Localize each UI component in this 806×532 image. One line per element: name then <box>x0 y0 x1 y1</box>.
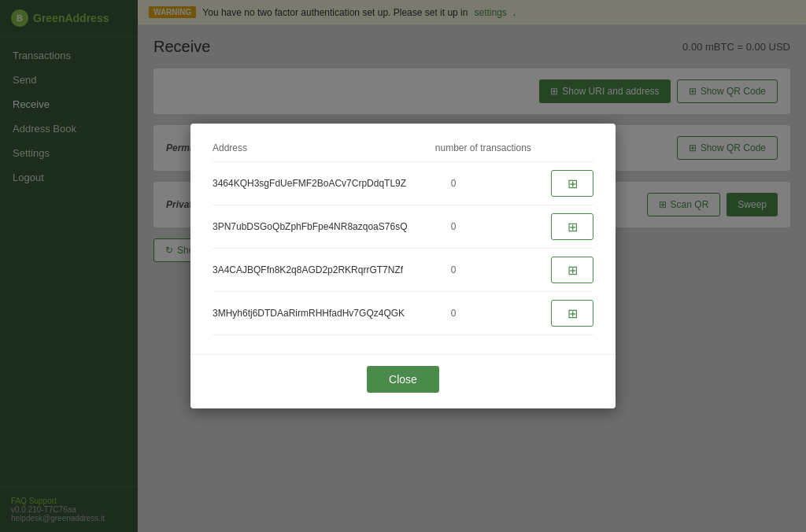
qr-code-icon: ⊞ <box>568 306 578 321</box>
qr-code-icon: ⊞ <box>568 263 578 278</box>
address-cell: 3PN7ubDSGoQbZphFbFpe4NR8azqoaS76sQ <box>213 205 435 249</box>
table-row: 3464KQH3sgFdUeFMF2BoACv7CrpDdqTL9Z 0 ⊞ <box>213 162 593 205</box>
modal-footer: Close <box>190 354 616 408</box>
main-content: WARNING You have no two factor authentic… <box>138 0 806 532</box>
qr-cell: ⊞ <box>545 292 593 335</box>
qr-cell: ⊞ <box>545 162 593 205</box>
qr-cell: ⊞ <box>545 249 593 292</box>
qr-code-icon: ⊞ <box>568 220 578 235</box>
close-modal-button[interactable]: Close <box>367 366 439 393</box>
qr-row-button-3[interactable]: ⊞ <box>551 300 593 327</box>
col-qr-header <box>545 142 593 162</box>
modal-overlay: Address number of transactions 3464KQH3s… <box>138 0 806 532</box>
address-cell: 3MHyh6tj6DTDAaRirmRHHfadHv7GQz4QGK <box>213 292 435 335</box>
tx-count-cell: 0 <box>435 205 545 249</box>
col-transactions-header: number of transactions <box>435 142 545 162</box>
modal-body: Address number of transactions 3464KQH3s… <box>190 124 616 354</box>
qr-code-icon: ⊞ <box>568 176 578 191</box>
address-cell: 3A4CAJBQFfn8K2q8AGD2p2RKRqrrGT7NZf <box>213 249 435 292</box>
qr-row-button-2[interactable]: ⊞ <box>551 257 593 283</box>
col-address-header: Address <box>213 142 435 162</box>
qr-row-button-0[interactable]: ⊞ <box>551 170 593 197</box>
table-row: 3PN7ubDSGoQbZphFbFpe4NR8azqoaS76sQ 0 ⊞ <box>213 205 593 249</box>
address-modal: Address number of transactions 3464KQH3s… <box>190 124 616 408</box>
qr-row-button-1[interactable]: ⊞ <box>551 213 593 240</box>
table-row: 3MHyh6tj6DTDAaRirmRHHfadHv7GQz4QGK 0 ⊞ <box>213 292 593 335</box>
address-table: Address number of transactions 3464KQH3s… <box>213 142 593 335</box>
tx-count-cell: 0 <box>435 162 545 205</box>
address-cell: 3464KQH3sgFdUeFMF2BoACv7CrpDdqTL9Z <box>213 162 435 205</box>
qr-cell: ⊞ <box>545 205 593 249</box>
table-row: 3A4CAJBQFfn8K2q8AGD2p2RKRqrrGT7NZf 0 ⊞ <box>213 249 593 292</box>
tx-count-cell: 0 <box>435 292 545 335</box>
tx-count-cell: 0 <box>435 249 545 292</box>
